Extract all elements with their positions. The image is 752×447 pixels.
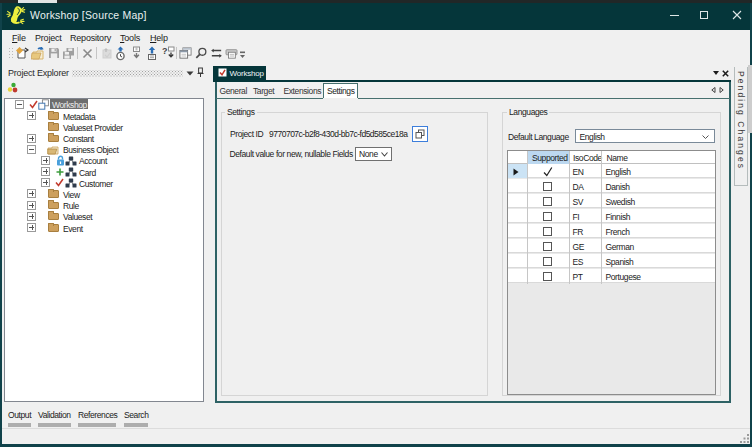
svg-text:?: ? (162, 46, 168, 56)
